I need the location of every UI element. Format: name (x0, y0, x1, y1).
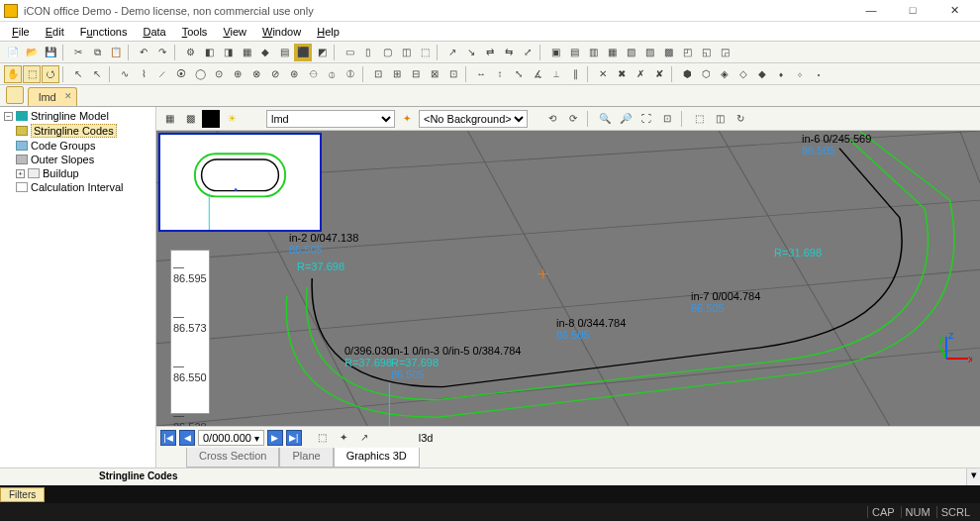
tool-icon[interactable]: ▤ (275, 44, 293, 61)
vp-tool-icon[interactable]: ⟲ (543, 110, 561, 128)
draw-icon[interactable]: ⦵ (304, 65, 322, 83)
draw-icon[interactable]: ⦷ (342, 65, 359, 83)
select-icon[interactable]: ⬚ (23, 65, 41, 83)
mod-icon[interactable]: ✕ (594, 65, 612, 83)
layer-combo[interactable]: lmd (266, 110, 395, 128)
cube-icon[interactable]: ⬚ (690, 110, 708, 128)
background-combo[interactable]: <No Background> (419, 110, 528, 128)
mod-icon[interactable]: ✗ (632, 65, 649, 83)
menu-window[interactable]: Window (256, 24, 307, 40)
menu-edit[interactable]: Edit (40, 24, 70, 40)
tool-icon[interactable]: ▯ (359, 44, 377, 61)
tab-icon[interactable] (6, 86, 24, 104)
tool-icon[interactable]: ⬚ (416, 44, 434, 61)
tool-icon[interactable]: ▣ (546, 44, 564, 61)
draw-icon[interactable]: ⊙ (210, 65, 228, 83)
tree-item-groups[interactable]: Code Groups (16, 139, 153, 153)
tree-root[interactable]: − Stringline Model (4, 109, 153, 123)
footer-tool-icon[interactable]: ✦ (335, 429, 352, 447)
minimap[interactable] (158, 133, 322, 232)
paste-icon[interactable]: 📋 (107, 44, 125, 61)
draw-icon[interactable]: ⊘ (266, 65, 284, 83)
vp-tool-icon[interactable] (202, 110, 220, 128)
zoom-out-icon[interactable]: 🔎 (617, 110, 635, 128)
view-icon[interactable]: ⬡ (697, 65, 715, 83)
pointer2-icon[interactable]: ↖ (88, 65, 106, 83)
nav-next-icon[interactable]: ▶ (267, 430, 283, 446)
view-icon[interactable]: ◇ (735, 65, 752, 83)
menu-view[interactable]: View (217, 24, 252, 40)
open-icon[interactable]: 📂 (23, 44, 41, 61)
draw-icon[interactable]: ◯ (191, 65, 209, 83)
tab-plane[interactable]: Plane (279, 448, 333, 468)
tree-item-calc[interactable]: Calculation Interval (16, 180, 153, 194)
view-icon[interactable]: ⬧ (772, 65, 790, 83)
vp-tool-icon[interactable]: ▦ (160, 110, 178, 128)
tool-icon[interactable]: ◲ (716, 44, 734, 61)
new-icon[interactable]: 📄 (4, 44, 22, 61)
tool-icon[interactable]: ▦ (238, 44, 255, 61)
mod-icon[interactable]: ✖ (613, 65, 631, 83)
tool-icon[interactable]: ◰ (678, 44, 696, 61)
footer-tool-icon[interactable]: ↗ (355, 429, 373, 447)
vp-tool-icon[interactable]: ☀ (223, 110, 241, 128)
tool-icon[interactable]: ▤ (565, 44, 583, 61)
tool-icon[interactable]: ▥ (584, 44, 602, 61)
tool-icon[interactable]: ▭ (341, 44, 358, 61)
draw-icon[interactable]: ⦿ (172, 65, 190, 83)
tool-icon[interactable]: ▩ (659, 44, 677, 61)
nav-first-icon[interactable]: |◀ (160, 430, 176, 446)
tool-icon[interactable]: ⤢ (519, 44, 537, 61)
tool-icon[interactable]: ↘ (462, 44, 480, 61)
menu-functions[interactable]: Functions (74, 24, 134, 40)
save-icon[interactable]: 💾 (42, 44, 59, 61)
collapse-icon[interactable]: − (4, 112, 13, 121)
copy-icon[interactable]: ⧉ (88, 44, 106, 61)
view-icon[interactable]: ◈ (716, 65, 734, 83)
close-tab-icon[interactable]: ✕ (64, 91, 72, 101)
redo-icon[interactable]: ↷ (153, 44, 171, 61)
minimize-button[interactable]: — (857, 4, 885, 17)
tool-icon[interactable]: ◱ (697, 44, 715, 61)
tool-icon[interactable]: ◨ (219, 44, 237, 61)
tool-icon[interactable]: ▢ (378, 44, 396, 61)
cut-icon[interactable]: ✂ (69, 44, 87, 61)
tool-icon[interactable]: ▨ (640, 44, 658, 61)
draw-icon[interactable]: ⊕ (229, 65, 246, 83)
measure-icon[interactable]: ↕ (491, 65, 509, 83)
tool-icon[interactable]: ◩ (313, 44, 331, 61)
measure-icon[interactable]: ↔ (472, 65, 490, 83)
tool-icon[interactable]: ⚙ (181, 44, 199, 61)
draw-icon[interactable]: ⌇ (135, 65, 152, 83)
snap-icon[interactable]: ⊟ (407, 65, 425, 83)
zoom-extents-icon[interactable]: ⛶ (637, 110, 655, 128)
tab-cross-section[interactable]: Cross Section (186, 448, 279, 468)
vp-tool-icon[interactable]: ✦ (398, 110, 416, 128)
view-icon[interactable]: ⬨ (791, 65, 809, 83)
tool-icon[interactable]: ▧ (622, 44, 639, 61)
document-tab[interactable]: lmd ✕ (28, 87, 77, 106)
draw-icon[interactable]: ⟋ (153, 65, 171, 83)
snap-icon[interactable]: ⊠ (426, 65, 443, 83)
close-button[interactable]: ✕ (940, 4, 968, 17)
tool-icon[interactable]: ⇄ (481, 44, 499, 61)
filters-tab[interactable]: Filters (0, 487, 45, 502)
cube-icon[interactable]: ◫ (711, 110, 729, 128)
view-icon[interactable]: ⬢ (678, 65, 696, 83)
draw-icon[interactable]: ⊗ (247, 65, 265, 83)
collapse-arrow-icon[interactable]: ▾ (966, 469, 980, 485)
maximize-button[interactable]: □ (899, 4, 927, 17)
tree-item-codes[interactable]: Stringline Codes (16, 123, 153, 139)
draw-icon[interactable]: ∿ (116, 65, 134, 83)
rotate-icon[interactable]: ⭯ (42, 65, 59, 83)
menu-file[interactable]: File (6, 24, 36, 40)
tab-graphics-3d[interactable]: Graphics 3D (334, 448, 420, 468)
nav-prev-icon[interactable]: ◀ (179, 430, 195, 446)
measure-icon[interactable]: ⟂ (547, 65, 565, 83)
measure-icon[interactable]: ∡ (529, 65, 546, 83)
vp-tool-icon[interactable]: ▩ (181, 110, 199, 128)
menu-help[interactable]: Help (311, 24, 345, 40)
zoom-icon[interactable]: ⊡ (658, 110, 676, 128)
tool-icon[interactable]: ↗ (443, 44, 461, 61)
snap-icon[interactable]: ⊡ (369, 65, 387, 83)
